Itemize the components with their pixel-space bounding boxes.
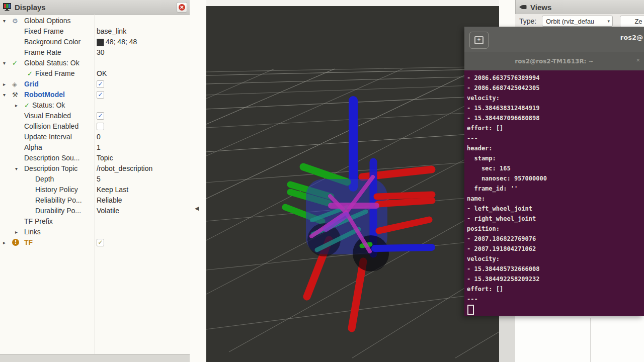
expander-right-icon[interactable]: ▸: [15, 100, 18, 111]
property-value[interactable]: 48; 48; 48: [106, 37, 137, 47]
property-label: History Policy: [35, 185, 78, 195]
grid-icon: ◈: [12, 79, 17, 89]
property-label: Background Color: [24, 37, 80, 47]
property-label: Description Topic: [24, 163, 77, 174]
robot-icon: ⚒: [12, 89, 18, 100]
property-label: Reliability Po...: [35, 195, 82, 206]
displays-panel-icon: [3, 3, 12, 11]
terminal-output[interactable]: - 2086.6637576389994 - 2086.668742504230…: [464, 70, 644, 316]
views-list: [515, 316, 644, 362]
property-label: Visual Enabled: [24, 111, 71, 121]
expander-right-icon[interactable]: ▸: [3, 79, 6, 89]
view-type-value: Orbit (rviz_defau: [546, 18, 594, 25]
checkbox-checked[interactable]: ✓: [97, 239, 104, 246]
zero-button[interactable]: Ze: [620, 16, 644, 28]
property-value[interactable]: OK: [97, 68, 107, 79]
views-column-divider: [590, 318, 591, 362]
property-label: Durability Po...: [35, 206, 81, 216]
terminal-window: + ros2@ ros2@ros2-TM1613R: ~ × - 2086.66…: [464, 27, 644, 316]
terminal-tab[interactable]: ros2@ros2-TM1613R: ~: [515, 58, 593, 65]
property-value[interactable]: Topic: [97, 153, 113, 163]
type-label: Type:: [519, 17, 536, 25]
terminal-title: ros2@: [620, 34, 643, 41]
terminal-text: - 2086.6637576389994 - 2086.668742504230…: [464, 70, 644, 304]
property-label: Frame Rate: [24, 47, 61, 58]
property-label: Description Sou...: [24, 153, 80, 163]
displays-panel: Displays ✕ ▾⚙Global OptionsFixed Frameba…: [0, 0, 190, 362]
new-tab-button[interactable]: +: [469, 32, 489, 49]
right-wheel: [353, 235, 389, 272]
property-value[interactable]: base_link: [97, 26, 126, 37]
gear-icon: ⚙: [12, 16, 18, 26]
property-label: Global Options: [24, 16, 71, 26]
expander-down-icon[interactable]: ▾: [3, 89, 6, 100]
property-label: RobotModel: [24, 89, 65, 100]
right-splitter-lower[interactable]: [499, 316, 515, 362]
property-column-divider: [95, 14, 95, 354]
property-label: Fixed Frame: [24, 26, 64, 37]
property-value[interactable]: 30: [97, 47, 105, 58]
displays-bottom-toolbar: [0, 354, 190, 362]
property-value[interactable]: 1: [97, 142, 101, 153]
property-label: Grid: [24, 79, 39, 89]
property-label: Global Status: Ok: [24, 58, 79, 68]
close-button[interactable]: ✕: [177, 2, 187, 13]
collapse-arrow-icon[interactable]: ◀: [195, 205, 199, 212]
expander-down-icon[interactable]: ▾: [3, 58, 6, 68]
property-label: TF Prefix: [24, 216, 53, 227]
displays-panel-title: Displays: [15, 3, 46, 12]
rviz-window: Displays ✕ ▾⚙Global OptionsFixed Frameba…: [0, 0, 644, 362]
property-label: Alpha: [24, 142, 42, 153]
checkbox-checked[interactable]: ✓: [97, 91, 104, 99]
property-value[interactable]: Keep Last: [97, 185, 128, 195]
views-panel-title: Views: [530, 3, 551, 12]
expander-right-icon[interactable]: ▸: [15, 227, 18, 237]
robot-model: [285, 101, 432, 328]
property-label: Depth: [35, 174, 54, 185]
property-label: TF: [24, 237, 33, 248]
expander-down-icon[interactable]: ▾: [3, 16, 6, 26]
terminal-tabbar: ros2@ros2-TM1613R: ~ ×: [464, 52, 644, 70]
right-splitter[interactable]: [499, 0, 515, 29]
displays-titlebar[interactable]: Displays ✕: [0, 0, 190, 15]
checkbox-unchecked[interactable]: [97, 123, 104, 130]
views-camera-icon: [519, 3, 527, 11]
expander-right-icon[interactable]: ▸: [3, 237, 6, 248]
warning-icon: !: [12, 239, 19, 246]
3d-viewport[interactable]: [206, 6, 499, 362]
color-swatch: [97, 39, 104, 46]
view-type-dropdown[interactable]: Orbit (rviz_defau▾: [542, 16, 613, 27]
check-icon: ✓: [24, 100, 30, 111]
check-icon: ✓: [27, 68, 33, 79]
property-value[interactable]: 0: [97, 132, 101, 142]
property-value[interactable]: Reliable: [97, 195, 122, 206]
terminal-cursor: [467, 305, 474, 315]
chevron-down-icon: ▾: [607, 16, 610, 27]
expander-down-icon[interactable]: ▾: [15, 163, 18, 174]
property-value[interactable]: 5: [97, 174, 101, 185]
new-tab-icon: +: [474, 36, 484, 44]
property-label: Status: Ok: [32, 100, 65, 111]
property-label: Update Interval: [24, 132, 72, 142]
checkbox-checked[interactable]: ✓: [97, 80, 104, 88]
close-icon: ✕: [179, 4, 185, 11]
property-label: Fixed Frame: [35, 68, 75, 79]
views-titlebar[interactable]: Views: [515, 0, 644, 15]
tab-close-icon[interactable]: ×: [636, 56, 640, 64]
checkbox-checked[interactable]: ✓: [97, 112, 104, 120]
property-value[interactable]: Volatile: [97, 206, 119, 216]
check-icon: ✓: [12, 58, 18, 68]
property-value[interactable]: /robot_description: [97, 163, 152, 174]
property-label: Collision Enabled: [24, 121, 78, 132]
terminal-titlebar[interactable]: + ros2@: [464, 27, 644, 53]
property-label: Links: [24, 227, 41, 237]
panel-splitter[interactable]: ◀: [190, 0, 206, 362]
